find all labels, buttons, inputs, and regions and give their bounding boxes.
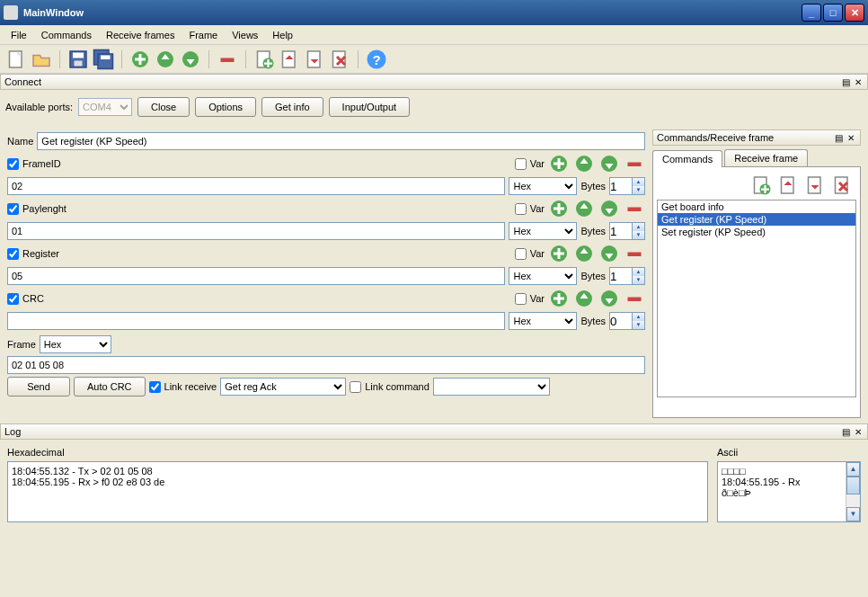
- import-icon[interactable]: [253, 49, 275, 70]
- cmd-up-icon[interactable]: [777, 174, 799, 196]
- menu-receive-frames[interactable]: Receive frames: [99, 28, 182, 42]
- field-add-icon[interactable]: [548, 153, 570, 174]
- field-enable-check[interactable]: [7, 248, 19, 260]
- frame-value-input[interactable]: [7, 356, 645, 374]
- menu-frame[interactable]: Frame: [182, 28, 225, 42]
- menu-file[interactable]: File: [4, 28, 34, 42]
- log-close-icon[interactable]: ✕: [853, 426, 864, 437]
- menu-help[interactable]: Help: [265, 28, 300, 42]
- save-all-icon[interactable]: [93, 49, 114, 70]
- down-icon[interactable]: [180, 49, 201, 70]
- commands-dock-icon[interactable]: ▤: [833, 132, 844, 143]
- field-add-icon[interactable]: [548, 288, 570, 309]
- link-command-check[interactable]: [350, 381, 361, 393]
- field-enable-check[interactable]: [7, 293, 19, 305]
- field-format-select[interactable]: Hex: [509, 312, 577, 330]
- port-select[interactable]: COM4: [78, 98, 132, 116]
- close-button[interactable]: ✕: [845, 4, 864, 22]
- field-format-select[interactable]: Hex: [509, 222, 577, 240]
- field-remove-icon[interactable]: [624, 153, 645, 174]
- field-value-input[interactable]: [7, 177, 505, 195]
- remove-icon[interactable]: [217, 49, 238, 70]
- getinfo-button[interactable]: Get info: [261, 97, 323, 117]
- command-list-item[interactable]: Set register (KP Speed): [658, 226, 855, 238]
- name-input[interactable]: [37, 132, 645, 150]
- open-file-icon[interactable]: [31, 49, 52, 70]
- save-icon[interactable]: [67, 49, 89, 70]
- field-down-icon[interactable]: [598, 198, 620, 219]
- field-down-icon[interactable]: [598, 153, 620, 174]
- field-format-select[interactable]: Hex: [509, 177, 577, 195]
- commands-panel-title: Commands/Receive frame: [657, 132, 774, 143]
- commands-close-icon[interactable]: ✕: [846, 132, 856, 143]
- field-bytes-input[interactable]: [610, 178, 632, 194]
- menu-commands[interactable]: Commands: [34, 28, 99, 42]
- field-bytes-input[interactable]: [610, 313, 632, 329]
- field-var-check[interactable]: [515, 293, 527, 305]
- field-remove-icon[interactable]: [624, 243, 645, 264]
- new-file-icon[interactable]: [5, 49, 27, 70]
- field-bytes-input[interactable]: [610, 268, 632, 284]
- command-list[interactable]: Get board infoGet register (KP Speed)Set…: [657, 200, 856, 397]
- link-receive-select[interactable]: Get reg Ack: [220, 378, 346, 396]
- field-up-icon[interactable]: [573, 243, 595, 264]
- svg-rect-3: [73, 52, 84, 58]
- field-up-icon[interactable]: [573, 153, 595, 174]
- options-button[interactable]: Options: [195, 97, 256, 117]
- ascii-scrollbar[interactable]: ▲▼: [846, 462, 860, 521]
- connect-close-icon[interactable]: ✕: [853, 76, 864, 87]
- log-dock-icon[interactable]: ▤: [840, 426, 851, 437]
- cmd-down-icon[interactable]: [804, 174, 826, 196]
- link-command-select[interactable]: [433, 378, 550, 396]
- field-remove-icon[interactable]: [624, 288, 645, 309]
- field-add-icon[interactable]: [548, 243, 570, 264]
- field-var-check[interactable]: [515, 203, 527, 215]
- field-bytes-spinner[interactable]: ▲▼: [609, 177, 645, 195]
- tab-receive-frame[interactable]: Receive frame: [724, 149, 808, 166]
- menu-views[interactable]: Views: [225, 28, 265, 42]
- bytes-label: Bytes: [580, 316, 606, 326]
- field-var-check[interactable]: [515, 158, 527, 170]
- field-bytes-input[interactable]: [610, 223, 632, 239]
- doc-delete-icon[interactable]: [329, 49, 350, 70]
- link-receive-check[interactable]: [149, 381, 161, 393]
- close-port-button[interactable]: Close: [137, 97, 190, 117]
- autocrc-button[interactable]: Auto CRC: [74, 377, 146, 397]
- field-remove-icon[interactable]: [624, 198, 645, 219]
- doc-up-icon[interactable]: [279, 49, 300, 70]
- maximize-button[interactable]: □: [823, 4, 843, 22]
- field-up-icon[interactable]: [573, 198, 595, 219]
- field-bytes-spinner[interactable]: ▲▼: [609, 222, 645, 240]
- cmd-add-icon[interactable]: [750, 174, 772, 196]
- field-up-icon[interactable]: [573, 288, 595, 309]
- command-list-item[interactable]: Get board info: [658, 200, 855, 213]
- minimize-button[interactable]: _: [802, 4, 821, 22]
- ascii-log[interactable]: □□□□18:04:55.195 - Rxð□è□Þ ▲▼: [717, 461, 861, 522]
- hex-log[interactable]: 18:04:55.132 - Tx > 02 01 05 0818:04:55.…: [7, 461, 708, 522]
- field-value-input[interactable]: [7, 222, 505, 240]
- field-bytes-spinner[interactable]: ▲▼: [609, 312, 645, 330]
- field-add-icon[interactable]: [548, 198, 570, 219]
- input-output-button[interactable]: Input/Output: [329, 97, 411, 117]
- field-var-check[interactable]: [515, 248, 527, 260]
- command-list-item[interactable]: Get register (KP Speed): [658, 213, 855, 226]
- up-icon[interactable]: [155, 49, 176, 70]
- hex-label: Hexadecimal: [7, 447, 708, 458]
- menubar: File Commands Receive frames Frame Views…: [0, 25, 868, 45]
- connect-dock-icon[interactable]: ▤: [840, 76, 851, 87]
- field-enable-check[interactable]: [7, 158, 19, 170]
- field-value-input[interactable]: [7, 267, 505, 285]
- field-enable-check[interactable]: [7, 203, 19, 215]
- field-down-icon[interactable]: [598, 243, 620, 264]
- field-bytes-spinner[interactable]: ▲▼: [609, 267, 645, 285]
- tab-commands[interactable]: Commands: [652, 150, 722, 167]
- field-value-input[interactable]: [7, 312, 505, 330]
- doc-down-icon[interactable]: [304, 49, 325, 70]
- help-icon[interactable]: ?: [366, 49, 387, 70]
- field-format-select[interactable]: Hex: [509, 267, 577, 285]
- add-icon[interactable]: [129, 49, 151, 70]
- field-down-icon[interactable]: [598, 288, 620, 309]
- cmd-delete-icon[interactable]: [831, 174, 853, 196]
- send-button[interactable]: Send: [7, 377, 70, 397]
- frame-format-select[interactable]: Hex: [40, 335, 111, 353]
